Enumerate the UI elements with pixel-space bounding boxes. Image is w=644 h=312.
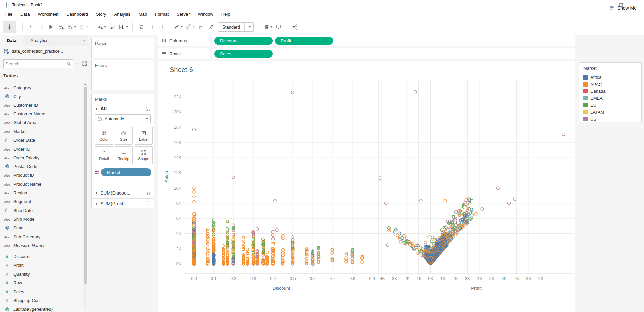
undo-button[interactable] [26,21,36,33]
menu-analysis[interactable]: Analysis [110,10,134,19]
menu-dashboard[interactable]: Dashboard [62,10,92,19]
tab-data[interactable]: Data [0,35,23,46]
pane-options-icon[interactable]: ▸ [81,35,88,46]
field-customer-name[interactable]: AbcCustomer Name [0,109,83,118]
svg-text:#: # [6,263,8,268]
mark-type-caret[interactable] [142,115,150,123]
share-workbook-button[interactable] [290,21,300,33]
show-me-button[interactable]: Show Me [609,0,637,16]
field-global-area[interactable]: AbcGlobal Area [0,118,83,127]
field-shipping-cost[interactable]: #Shipping Cost [0,296,83,305]
market-color-pill[interactable]: Market [101,168,151,176]
swap-rows-columns-button[interactable] [136,21,146,33]
field-region[interactable]: AbcRegion [0,189,83,197]
marks-card-sum-profit[interactable]: ▼ SUM(Profit) [92,198,154,208]
field-row[interactable]: #Row [0,278,83,287]
size-button[interactable]: Size [115,127,133,145]
field-state[interactable]: State [0,223,83,232]
search-box [3,59,73,68]
detail-button[interactable]: Detail [95,146,113,164]
rows-shelf[interactable]: Sales [212,48,575,59]
mark-type-dropdown[interactable]: Automatic [95,114,151,123]
refresh-data-button[interactable] [78,21,90,33]
field-order-priority[interactable]: AbcOrder Priority [0,153,83,162]
data-source-item[interactable]: data_connection_practice... [0,46,88,56]
sort-ascending-button[interactable] [146,21,156,33]
scrollbar-thumb[interactable] [84,87,87,284]
marks-all-header[interactable]: ▲ All [95,106,151,111]
color-button[interactable]: Color [95,127,113,145]
field-postal-code[interactable]: Postal Code [0,162,83,171]
legend-item-canada[interactable]: Canada [583,88,641,95]
redo-button[interactable] [36,21,46,33]
group-members-button[interactable] [184,21,196,33]
new-worksheet-button[interactable] [96,21,108,33]
legend-item-latam[interactable]: LATAM [583,109,641,116]
add-data-source-button[interactable] [56,21,66,33]
field-label: Region [13,190,27,195]
filter-fields-icon[interactable] [75,61,80,66]
pause-auto-updates-button[interactable] [66,21,78,33]
scrollbar-up-arrow[interactable]: ▲ [83,82,87,86]
legend-item-emea[interactable]: EMEA [583,95,641,102]
field-sub-category[interactable]: AbcSub-Category [0,232,83,241]
field-discount[interactable]: #Discount [0,252,83,261]
label-button[interactable]: Label [135,127,153,145]
columns-shelf[interactable]: DiscountProfit [212,35,575,46]
pages-shelf[interactable]: Pages [91,38,154,58]
field-order-date[interactable]: Order Date [0,136,83,145]
tableau-logo-button[interactable] [3,21,16,33]
shape-button[interactable]: Shape [135,146,153,164]
menu-map[interactable]: Map [135,10,151,19]
legend-item-eu[interactable]: EU [583,102,641,109]
field-market[interactable]: AbcMarket [0,127,83,136]
profit-pill[interactable]: Profit [275,37,333,45]
scatter-chart[interactable]: 0K2K4K6K8K10K12K14K16K18K20K22K0.00.10.2… [158,61,575,312]
field-product-id[interactable]: AbcProduct ID [0,171,83,179]
tab-analytics[interactable]: Analytics [23,35,55,46]
tooltip-button[interactable]: Tooltip [115,146,133,164]
field-quantity[interactable]: #Quantity [0,270,83,278]
menu-data[interactable]: Data [16,10,34,19]
highlight-button[interactable] [172,21,184,33]
field-customer-id[interactable]: AbcCustomer ID [0,101,83,109]
menu-format[interactable]: Format [151,10,173,19]
field-product-name[interactable]: AbcProduct Name [0,180,83,189]
menu-file[interactable]: File [1,10,16,19]
sales-pill[interactable]: Sales [214,50,273,58]
fit-dropdown-caret[interactable] [244,23,253,31]
marks-card-sum-discount[interactable]: ▼ SUM(Discou... [92,188,154,198]
menu-window[interactable]: Window [194,10,217,19]
legend-item-apac[interactable]: APAC [583,81,641,88]
presentation-mode-button[interactable] [274,21,284,33]
sort-descending-button[interactable] [156,21,166,33]
field-ship-date[interactable]: Ship Date [0,206,83,215]
fit-dropdown[interactable]: Standard [218,22,254,32]
field-order-id[interactable]: AbcOrder ID [0,145,83,153]
field-latitude-generated-[interactable]: Latitude (generated) [0,305,83,312]
field-sales[interactable]: #Sales [0,287,83,296]
save-button[interactable] [46,21,56,33]
field-city[interactable]: City [0,92,83,101]
discount-pill[interactable]: Discount [214,37,273,45]
search-input[interactable] [4,61,67,66]
menu-worksheet[interactable]: Worksheet [34,10,62,19]
field-segment[interactable]: AbcSegment [0,197,83,206]
legend-item-us[interactable]: US [583,116,641,123]
field-ship-mode[interactable]: AbcShip Mode [0,215,83,223]
clear-sheet-button[interactable] [118,21,129,33]
legend-item-africa[interactable]: Africa [583,74,641,81]
duplicate-sheet-button[interactable] [108,21,118,33]
field-category[interactable]: AbcCategory [0,83,83,92]
show-mark-labels-button[interactable] [196,21,206,33]
fix-axes-button[interactable] [206,21,216,33]
field-profit[interactable]: #Profit [0,261,83,270]
show-hide-cards-button[interactable] [262,21,274,33]
field-measure-names[interactable]: AbcMeasure Names [0,241,83,250]
menu-help[interactable]: Help [217,10,234,19]
worksheet-view[interactable]: Sheet 6 0K2K4K6K8K10K12K14K16K18K20K22K0… [158,61,575,312]
filters-shelf[interactable]: Filters [91,60,154,90]
menu-server[interactable]: Server [173,10,194,19]
menu-story[interactable]: Story [92,10,110,19]
fields-scrollbar[interactable]: ▲ [83,82,87,310]
